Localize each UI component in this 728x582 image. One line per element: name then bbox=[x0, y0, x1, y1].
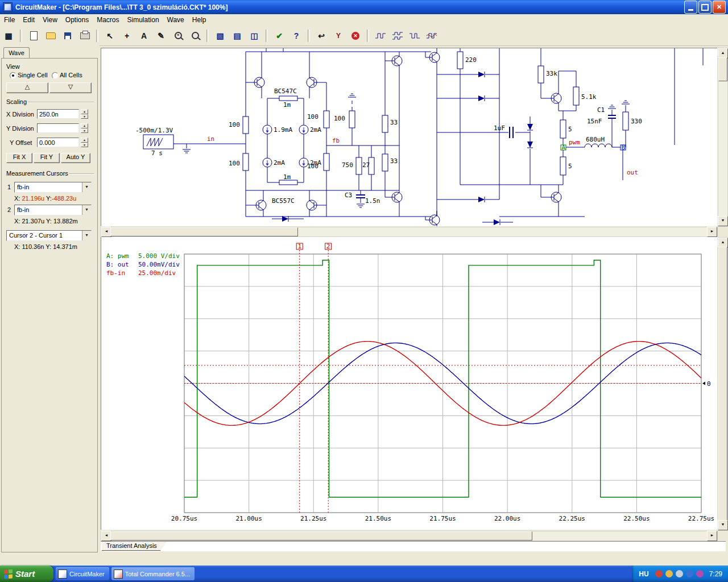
transistor[interactable] bbox=[549, 89, 561, 107]
x-division-input[interactable] bbox=[37, 109, 79, 119]
menu-view[interactable]: View bbox=[39, 15, 61, 25]
radio-all-cells[interactable] bbox=[52, 72, 59, 79]
digital-wave-1-button[interactable] bbox=[373, 28, 388, 43]
minimize-button[interactable] bbox=[684, 1, 697, 14]
start-button[interactable]: Start bbox=[0, 566, 53, 582]
tray-icon-3[interactable] bbox=[686, 570, 693, 577]
menu-help[interactable]: Help bbox=[188, 15, 210, 25]
diode[interactable] bbox=[527, 124, 533, 130]
zoom-button[interactable] bbox=[187, 28, 203, 43]
cursor-diff-combo[interactable]: Cursor 2 - Cursor 1 ▼ bbox=[6, 230, 92, 241]
fit-x-button[interactable]: Fit X bbox=[6, 153, 32, 163]
transistor[interactable] bbox=[307, 73, 318, 92]
taskbar-app-total-commander[interactable]: Total Commander 6.5... bbox=[111, 567, 195, 580]
x-division-spinner[interactable]: ▲▼ bbox=[81, 109, 88, 119]
current-source[interactable] bbox=[263, 125, 272, 134]
wave-down-button[interactable]: ▽ bbox=[49, 82, 92, 93]
cursor1-signal-combo[interactable]: fb-in ▼ bbox=[14, 182, 92, 193]
digital-wave-4-button[interactable] bbox=[424, 28, 440, 43]
current-source[interactable] bbox=[299, 125, 308, 134]
menu-simulation[interactable]: Simulation bbox=[123, 15, 163, 25]
run-simulation-button[interactable]: ✔ bbox=[271, 28, 287, 43]
capacitor[interactable] bbox=[356, 115, 616, 198]
help-button[interactable]: ? bbox=[288, 28, 304, 43]
wave-up-button[interactable]: △ bbox=[6, 82, 48, 93]
tray-icon-4[interactable] bbox=[696, 570, 704, 577]
y-division-input[interactable] bbox=[37, 123, 79, 133]
fit-y-button[interactable]: Fit Y bbox=[34, 153, 60, 163]
chevron-down-icon[interactable]: ▼ bbox=[82, 182, 91, 192]
diode[interactable] bbox=[478, 72, 485, 77]
spin-up-icon[interactable]: ▲ bbox=[81, 123, 88, 128]
inductor[interactable] bbox=[585, 144, 612, 147]
spin-up-icon[interactable]: ▲ bbox=[81, 138, 88, 143]
resistor[interactable] bbox=[349, 111, 355, 128]
resistor[interactable] bbox=[382, 115, 388, 132]
tray-icon-1[interactable] bbox=[655, 570, 663, 577]
diode[interactable] bbox=[527, 142, 533, 148]
wave-hscrollbar[interactable]: ◄ ► bbox=[101, 531, 718, 541]
scroll-thumb[interactable] bbox=[110, 227, 298, 236]
wire-tool-button[interactable]: ✎ bbox=[153, 28, 169, 43]
scroll-thumb[interactable] bbox=[718, 247, 727, 521]
scroll-right-icon[interactable]: ► bbox=[707, 531, 717, 541]
open-file-button[interactable] bbox=[43, 28, 59, 43]
resistor[interactable] bbox=[324, 111, 329, 128]
part-search-button[interactable]: ▧ bbox=[212, 28, 228, 43]
pointer-tool-button[interactable]: ↖ bbox=[102, 28, 118, 43]
resistor[interactable] bbox=[324, 153, 329, 171]
diode[interactable] bbox=[478, 95, 485, 101]
resistor[interactable] bbox=[560, 157, 566, 175]
tab-transient-analysis[interactable]: Transient Analysis bbox=[102, 542, 167, 551]
split-view-button[interactable]: ◫ bbox=[246, 28, 262, 43]
schematic-hscrollbar[interactable]: ◄ ► bbox=[101, 227, 718, 237]
stop-simulation-button[interactable]: ✕ bbox=[348, 28, 363, 43]
print-button[interactable] bbox=[77, 28, 93, 43]
transistor[interactable] bbox=[549, 188, 561, 206]
chevron-down-icon[interactable]: ▼ bbox=[82, 205, 91, 215]
diode[interactable] bbox=[478, 197, 485, 202]
close-button[interactable]: ✕ bbox=[713, 1, 726, 14]
diode[interactable] bbox=[494, 219, 500, 225]
transistor[interactable] bbox=[307, 196, 318, 214]
resistor[interactable] bbox=[279, 180, 297, 185]
resistor[interactable] bbox=[623, 112, 628, 130]
scroll-thumb[interactable] bbox=[718, 57, 727, 81]
resistor[interactable] bbox=[560, 120, 566, 138]
scroll-down-icon[interactable]: ▼ bbox=[718, 216, 728, 226]
transistor[interactable] bbox=[390, 188, 402, 206]
resistor[interactable] bbox=[382, 154, 388, 171]
maximize-button[interactable] bbox=[698, 1, 712, 14]
transistor[interactable] bbox=[428, 48, 440, 66]
scroll-right-icon[interactable]: ► bbox=[707, 227, 717, 237]
resistor[interactable] bbox=[538, 66, 544, 83]
radio-single-cell[interactable] bbox=[10, 72, 16, 79]
y-division-spinner[interactable]: ▲▼ bbox=[81, 123, 88, 133]
resistor[interactable] bbox=[279, 96, 297, 101]
resistor[interactable] bbox=[243, 153, 249, 171]
zoom-in-button[interactable]: + bbox=[170, 28, 186, 43]
chevron-down-icon[interactable]: ▼ bbox=[82, 231, 91, 240]
menu-file[interactable]: File bbox=[0, 15, 19, 25]
transistor[interactable] bbox=[253, 73, 264, 92]
language-indicator[interactable]: HU bbox=[639, 570, 648, 578]
resistor[interactable] bbox=[243, 117, 249, 134]
transistor[interactable] bbox=[390, 52, 402, 70]
add-part-button[interactable]: + bbox=[119, 28, 135, 43]
cells-view-button[interactable]: ▦ bbox=[1, 28, 16, 43]
taskbar-app-circuitmaker[interactable]: CircuitMaker bbox=[56, 567, 109, 580]
menu-macros[interactable]: Macros bbox=[93, 15, 123, 25]
digital-wave-2-button[interactable] bbox=[390, 28, 406, 43]
waveform-canvas[interactable]: 1220.75us21.00us21.25us21.50us21.75us22.… bbox=[101, 237, 717, 530]
scroll-down-icon[interactable]: ▼ bbox=[718, 520, 728, 530]
resistor[interactable] bbox=[457, 52, 463, 69]
sheet-view-button[interactable]: ▤ bbox=[229, 28, 245, 43]
new-file-button[interactable] bbox=[26, 28, 42, 43]
text-tool-button[interactable]: A bbox=[136, 28, 152, 43]
spin-down-icon[interactable]: ▼ bbox=[81, 114, 88, 119]
save-file-button[interactable] bbox=[60, 28, 76, 43]
transistor[interactable] bbox=[428, 211, 440, 226]
menu-edit[interactable]: Edit bbox=[19, 15, 39, 25]
menu-wave[interactable]: Wave bbox=[163, 15, 188, 25]
wave-vscrollbar[interactable]: ▲ ▼ bbox=[718, 237, 728, 531]
